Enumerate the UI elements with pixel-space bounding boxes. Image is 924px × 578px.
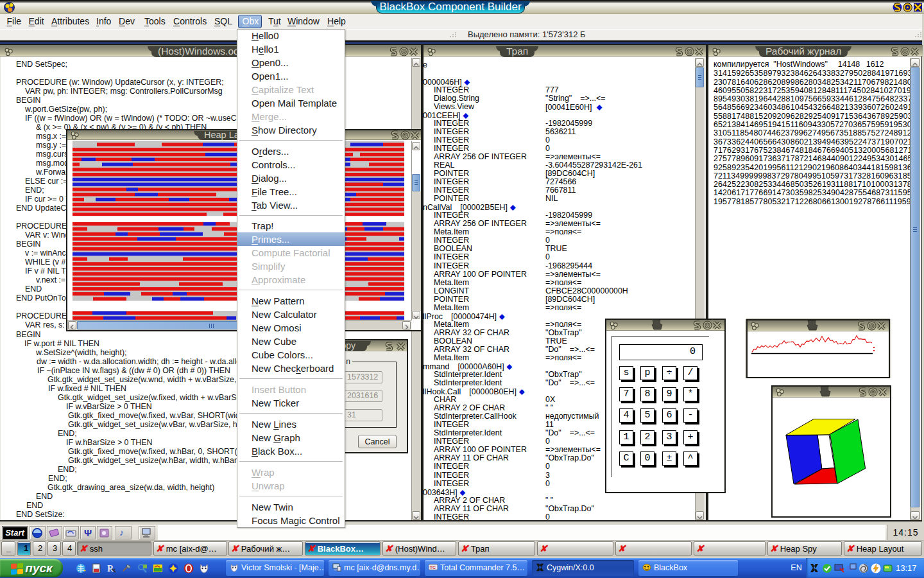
svg-text:R: R — [107, 564, 114, 574]
svg-text:TC: TC — [430, 565, 436, 570]
